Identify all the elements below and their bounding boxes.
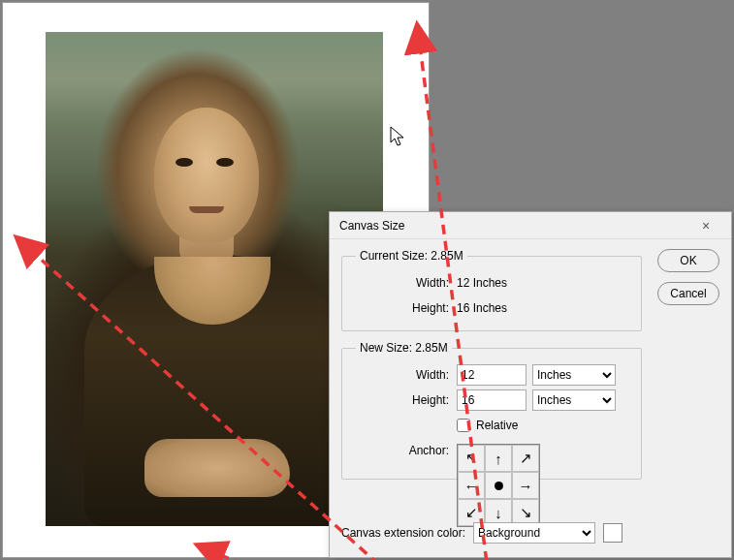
current-width-value: 12 Inches — [457, 276, 507, 290]
cancel-button[interactable]: Cancel — [657, 282, 719, 305]
arrow-s-icon: ↓ — [495, 505, 502, 521]
anchor-w[interactable]: ← — [458, 472, 485, 499]
new-height-unit-select[interactable]: Inches — [532, 389, 616, 411]
arrow-sw-icon: ↙ — [465, 504, 478, 521]
dialog-title: Canvas Size — [339, 219, 686, 233]
anchor-label: Anchor: — [352, 444, 457, 457]
extension-color-swatch[interactable] — [603, 523, 622, 543]
new-height-label: Height: — [352, 393, 457, 407]
new-width-unit-select[interactable]: Inches — [532, 364, 616, 386]
canvas-size-dialog: Canvas Size × OK Cancel Current Size: 2.… — [329, 211, 732, 558]
arrow-se-icon: ↘ — [520, 504, 532, 521]
current-width-label: Width: — [352, 276, 457, 290]
arrow-n-icon: ↑ — [495, 451, 502, 467]
relative-checkbox[interactable] — [457, 419, 470, 432]
relative-label: Relative — [476, 419, 518, 432]
new-width-label: Width: — [352, 368, 457, 382]
extension-color-select[interactable]: Background — [473, 522, 595, 544]
dialog-titlebar[interactable]: Canvas Size × — [330, 212, 731, 239]
current-size-group: Current Size: 2.85M Width: 12 Inches Hei… — [341, 249, 642, 331]
anchor-ne[interactable]: ↗ — [512, 445, 539, 472]
arrow-e-icon: → — [519, 478, 533, 494]
anchor-n[interactable]: ↑ — [485, 445, 512, 472]
anchor-center[interactable] — [485, 472, 512, 499]
current-height-label: Height: — [352, 301, 457, 315]
arrow-nw-icon: ↖ — [465, 450, 478, 467]
extension-color-label: Canvas extension color: — [341, 526, 465, 540]
current-size-legend: Current Size: 2.85M — [356, 249, 467, 263]
arrow-w-icon: ← — [464, 478, 479, 494]
anchor-e[interactable]: → — [512, 472, 539, 499]
arrow-ne-icon: ↗ — [520, 450, 532, 467]
close-button[interactable]: × — [686, 215, 725, 236]
new-size-legend: New Size: 2.85M — [356, 341, 452, 355]
new-size-group: New Size: 2.85M Width: Inches Height: In… — [341, 341, 642, 480]
new-width-input[interactable] — [457, 364, 527, 386]
new-height-input[interactable] — [457, 389, 527, 411]
anchor-grid: ↖ ↑ ↗ ← → ↙ ↓ ↘ — [457, 444, 540, 527]
current-height-value: 16 Inches — [457, 301, 507, 315]
anchor-nw[interactable]: ↖ — [458, 445, 485, 472]
close-icon: × — [702, 218, 710, 233]
ok-button[interactable]: OK — [657, 249, 719, 272]
